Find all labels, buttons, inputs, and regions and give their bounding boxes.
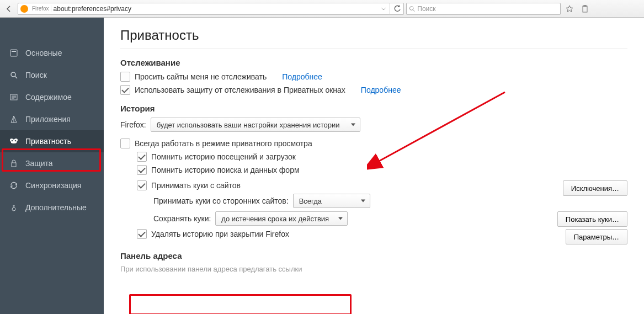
remember-forms-checkbox[interactable] — [137, 165, 147, 175]
sidebar-item-label: Поиск — [25, 71, 47, 79]
svg-rect-4 — [10, 50, 17, 56]
dnt-label: Просить сайты меня не отслеживать — [135, 72, 267, 81]
general-icon — [9, 48, 19, 58]
svg-rect-5 — [12, 51, 16, 52]
addressbar-heading: Панель адреса — [120, 251, 627, 260]
search-bar[interactable] — [406, 3, 561, 15]
remember-browsing-label: Помнить историю посещений и загрузок — [151, 152, 296, 161]
dnt-more-link[interactable]: Подробнее — [282, 72, 322, 81]
browser-toolbar: Firefox about:preferences#privacy — [0, 0, 644, 18]
exceptions-button[interactable]: Исключения… — [563, 180, 627, 196]
sidebar-item-label: Синхронизация — [25, 181, 81, 190]
sidebar-item-content[interactable]: Содержимое — [0, 86, 104, 108]
content-icon — [9, 92, 19, 102]
svg-point-15 — [12, 207, 15, 211]
clipboard-icon[interactable] — [578, 2, 592, 15]
firefox-icon — [20, 5, 28, 13]
tracking-protection-checkbox[interactable] — [120, 85, 130, 95]
url-text: about:preferences#privacy — [54, 5, 379, 13]
third-party-select[interactable]: Всегда — [293, 194, 370, 208]
sidebar-item-label: Приватность — [25, 137, 71, 146]
settings-sidebar: Основные Поиск Содержимое Приложения При… — [0, 18, 104, 314]
sidebar-item-general[interactable]: Основные — [0, 42, 104, 64]
svg-point-6 — [11, 72, 15, 77]
accept-cookies-label: Принимать куки с сайтов — [151, 181, 241, 190]
remember-forms-label: Помнить историю поиска и данных форм — [151, 166, 300, 174]
dnt-checkbox[interactable] — [120, 72, 130, 82]
page-title: Приватность — [120, 28, 627, 49]
sidebar-item-security[interactable]: Защита — [0, 152, 104, 174]
sidebar-item-label: Защита — [25, 159, 53, 168]
remember-browsing-checkbox[interactable] — [137, 152, 147, 162]
clear-on-close-checkbox[interactable] — [137, 229, 147, 239]
sidebar-item-applications[interactable]: Приложения — [0, 108, 104, 130]
tracking-protection-label: Использовать защиту от отслеживания в Пр… — [135, 86, 345, 94]
always-private-checkbox[interactable] — [120, 139, 130, 148]
search-input[interactable] — [417, 5, 558, 13]
dropdown-icon[interactable] — [381, 6, 386, 12]
sidebar-item-privacy[interactable]: Приватность — [0, 130, 104, 152]
keep-until-value: до истечения срока их действия — [221, 215, 329, 223]
apps-icon — [9, 114, 19, 124]
url-bar[interactable]: Firefox about:preferences#privacy — [18, 3, 404, 15]
reload-icon[interactable] — [393, 5, 401, 13]
history-mode-select[interactable]: будет использовать ваши настройки хранен… — [151, 118, 360, 132]
svg-line-7 — [15, 76, 17, 78]
advanced-icon — [9, 203, 19, 212]
security-icon — [9, 158, 19, 168]
sidebar-item-search[interactable]: Поиск — [0, 64, 104, 86]
svg-rect-14 — [12, 163, 16, 167]
back-button[interactable] — [2, 2, 15, 15]
sidebar-item-label: Основные — [25, 49, 62, 57]
sidebar-item-advanced[interactable]: Дополнительные — [0, 196, 104, 219]
clear-on-close-label: Удалять историю при закрытии Firefox — [151, 230, 289, 238]
settings-content: Приватность Отслеживание Просить сайты м… — [104, 18, 644, 314]
tracking-protection-more-link[interactable]: Подробнее — [361, 86, 401, 94]
privacy-icon — [9, 136, 19, 146]
clear-settings-button[interactable]: Параметры… — [566, 229, 627, 244]
third-party-value: Всегда — [299, 197, 322, 205]
sidebar-item-label: Приложения — [25, 115, 71, 124]
firefox-label: Firefox: — [120, 120, 146, 129]
keep-until-select[interactable]: до истечения срока их действия — [215, 211, 348, 226]
third-party-label: Принимать куки со сторонних сайтов: — [153, 196, 289, 205]
history-mode-value: будет использовать ваши настройки хранен… — [157, 121, 340, 129]
search-icon — [9, 70, 19, 80]
tracking-heading: Отслеживание — [120, 58, 627, 67]
accept-cookies-checkbox[interactable] — [137, 180, 147, 190]
sidebar-item-label: Содержимое — [25, 93, 72, 102]
sidebar-item-sync[interactable]: Синхронизация — [0, 174, 104, 196]
keep-until-label: Сохранять куки: — [153, 214, 211, 223]
addressbar-truncated: При использовании панели адреса предлага… — [120, 265, 627, 273]
always-private-label: Всегда работать в режиме приватного прос… — [135, 139, 312, 148]
svg-line-1 — [413, 9, 415, 11]
svg-point-13 — [15, 140, 17, 142]
bookmark-star-icon[interactable] — [563, 2, 576, 15]
sidebar-item-label: Дополнительные — [25, 203, 87, 212]
show-cookies-button[interactable]: Показать куки… — [557, 211, 627, 227]
identity-label: Firefox — [30, 6, 51, 12]
sync-icon — [9, 180, 19, 190]
svg-point-0 — [409, 6, 413, 10]
svg-point-12 — [12, 140, 13, 142]
search-icon — [409, 6, 415, 12]
history-heading: История — [120, 104, 627, 113]
